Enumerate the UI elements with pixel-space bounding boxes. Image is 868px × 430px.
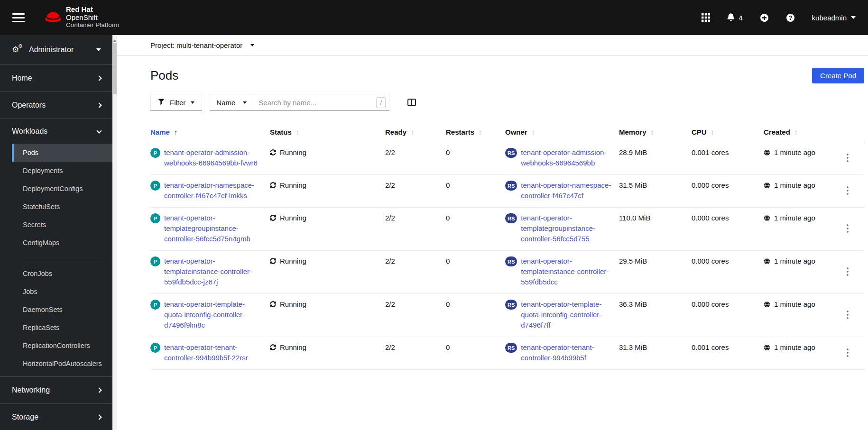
replicaset-badge: RS <box>505 256 517 266</box>
replicaset-badge: RS <box>505 213 517 223</box>
column-header-status[interactable]: Status↕ <box>270 124 385 142</box>
memory-cell: 110.0 MiB <box>619 208 692 250</box>
sidebar-sub-item[interactable]: ReplicaSets <box>0 319 112 337</box>
ready-cell: 2/2 <box>385 251 446 293</box>
column-header-name[interactable]: Name↑ <box>150 124 270 142</box>
perspective-switcher[interactable]: ⚙⚙ Administrator <box>0 35 112 65</box>
column-header-cpu[interactable]: CPU↕ <box>692 124 764 142</box>
table-row: P tenant-operator-templateinstance-contr… <box>150 251 864 294</box>
kebab-menu-icon[interactable] <box>847 301 849 330</box>
caret-down-icon <box>96 48 101 54</box>
sidebar-item-label: Workloads <box>12 127 47 136</box>
pod-link[interactable]: tenant-operator-templateinstance-control… <box>164 256 262 287</box>
actions-cell <box>840 208 863 250</box>
sync-running-icon <box>270 147 276 158</box>
owner-link[interactable]: tenant-operator-templategroupinstance-co… <box>521 213 611 244</box>
status-text: Running <box>280 299 306 310</box>
workloads-subnav: PodsDeploymentsDeploymentConfigsStateful… <box>0 144 112 256</box>
table-toolbar: Filter Name / <box>150 94 864 111</box>
column-management-icon[interactable] <box>407 99 416 106</box>
sidebar-item-workloads[interactable]: Workloads <box>0 119 112 144</box>
bell-icon <box>727 13 735 22</box>
cpu-cell: 0.001 cores <box>692 142 764 174</box>
ready-cell: 2/2 <box>385 142 446 174</box>
sidebar-sub-item[interactable]: Pods <box>12 144 112 162</box>
brand-line2: OpenShift <box>66 14 120 22</box>
create-pod-button[interactable]: Create Pod <box>812 68 864 83</box>
sidebar-item-storage[interactable]: Storage <box>0 404 112 430</box>
sidebar-item-networking[interactable]: Networking <box>0 377 112 404</box>
pod-link[interactable]: tenant-operator-namespace-controller-f46… <box>164 180 262 201</box>
table-row: P tenant-operator-templategroupinstance-… <box>150 208 864 251</box>
sidebar-sub-item[interactable]: StatefulSets <box>0 198 112 216</box>
sidebar-item-home[interactable]: Home <box>0 65 112 92</box>
sync-running-icon <box>270 213 276 224</box>
memory-cell: 36.3 MiB <box>619 294 692 337</box>
add-circle-icon[interactable] <box>760 13 769 22</box>
kebab-menu-icon[interactable] <box>847 182 849 201</box>
sidebar-sub-item[interactable]: DeploymentConfigs <box>0 180 112 198</box>
sidebar-scrollbar[interactable] <box>112 35 117 430</box>
owner-link[interactable]: tenant-operator-namespace-controller-f46… <box>521 180 611 201</box>
pod-link[interactable]: tenant-operator-admission-webhooks-66964… <box>164 147 262 168</box>
sidebar-sub-item[interactable]: Deployments <box>0 162 112 180</box>
restarts-cell: 0 <box>446 337 505 369</box>
status-text: Running <box>280 342 306 353</box>
sidebar-sub-item[interactable]: ConfigMaps <box>0 234 112 252</box>
sidebar-sub-item[interactable]: CronJobs <box>0 265 112 283</box>
cpu-cell: 0.000 cores <box>692 251 764 293</box>
help-circle-icon[interactable]: ? <box>786 13 795 22</box>
apps-grid-icon[interactable] <box>702 13 710 22</box>
ready-cell: 2/2 <box>385 175 446 207</box>
search-input[interactable] <box>253 94 389 110</box>
masthead: Red Hat OpenShift Container Platform 4 ?… <box>0 0 868 35</box>
replicaset-badge: RS <box>505 148 517 158</box>
column-header-memory[interactable]: Memory↕ <box>619 124 692 142</box>
chevron-right-icon <box>96 414 102 420</box>
column-header-created[interactable]: Created↕ <box>764 124 840 142</box>
project-selector[interactable]: Project: multi-tenant-operator <box>117 35 868 55</box>
sidebar-sub-item[interactable]: HorizontalPodAutoscalers <box>0 355 112 373</box>
pod-badge: P <box>150 343 160 353</box>
sidebar-sub-item[interactable]: Secrets <box>0 216 112 234</box>
svg-text:?: ? <box>788 14 792 21</box>
sidebar-sub-item[interactable]: Jobs <box>0 283 112 301</box>
notifications-button[interactable]: 4 <box>727 13 742 22</box>
chevron-right-icon <box>96 102 102 108</box>
search-attribute-select[interactable]: Name <box>210 94 253 111</box>
column-header-owner[interactable]: Owner↕ <box>505 124 619 142</box>
kebab-menu-icon[interactable] <box>847 149 849 168</box>
sidebar-item-operators[interactable]: Operators <box>0 92 112 119</box>
column-header-restarts[interactable]: Restarts↕ <box>446 124 505 142</box>
sidebar-nav: ⚙⚙ Administrator Home Operators Workload… <box>0 35 112 430</box>
owner-link[interactable]: tenant-operator-templateinstance-control… <box>521 256 611 287</box>
pod-link[interactable]: tenant-operator-tenant-controller-994b99… <box>164 342 262 363</box>
table-row: P tenant-operator-admission-webhooks-669… <box>150 142 864 175</box>
kebab-menu-icon[interactable] <box>847 214 849 244</box>
scrollbar-up-arrow[interactable] <box>113 37 117 42</box>
owner-link[interactable]: tenant-operator-template-quota-intconfig… <box>521 299 611 330</box>
user-menu[interactable]: kubeadmin <box>812 14 856 22</box>
hamburger-menu-icon[interactable] <box>12 13 25 22</box>
pod-link[interactable]: tenant-operator-templategroupinstance-co… <box>164 213 262 244</box>
kebab-menu-icon[interactable] <box>847 344 849 363</box>
kebab-menu-icon[interactable] <box>847 257 849 287</box>
filter-dropdown-button[interactable]: Filter <box>150 94 202 111</box>
workloads-subnav-2: CronJobsJobsDaemonSetsReplicaSetsReplica… <box>0 265 112 376</box>
created-text: 1 minute ago <box>774 147 815 158</box>
owner-link[interactable]: tenant-operator-admission-webhooks-66964… <box>521 147 611 168</box>
scrollbar-thumb[interactable] <box>113 43 117 94</box>
sidebar-sub-item[interactable]: DaemonSets <box>0 301 112 319</box>
sort-icon: ↕ <box>296 128 299 136</box>
restarts-cell: 0 <box>446 175 505 207</box>
pod-link[interactable]: tenant-operator-template-quota-intconfig… <box>164 299 262 330</box>
sidebar-sub-item[interactable]: ReplicationControllers <box>0 337 112 355</box>
status-cell: Running <box>270 208 385 250</box>
ready-cell: 2/2 <box>385 294 446 337</box>
redhat-fedora-icon <box>45 11 62 24</box>
replicaset-badge: RS <box>505 181 517 191</box>
owner-link[interactable]: tenant-operator-tenant-controller-994b99… <box>521 342 611 363</box>
username: kubeadmin <box>812 14 847 22</box>
chevron-down-icon <box>96 128 102 133</box>
column-header-ready[interactable]: Ready↕ <box>385 124 446 142</box>
